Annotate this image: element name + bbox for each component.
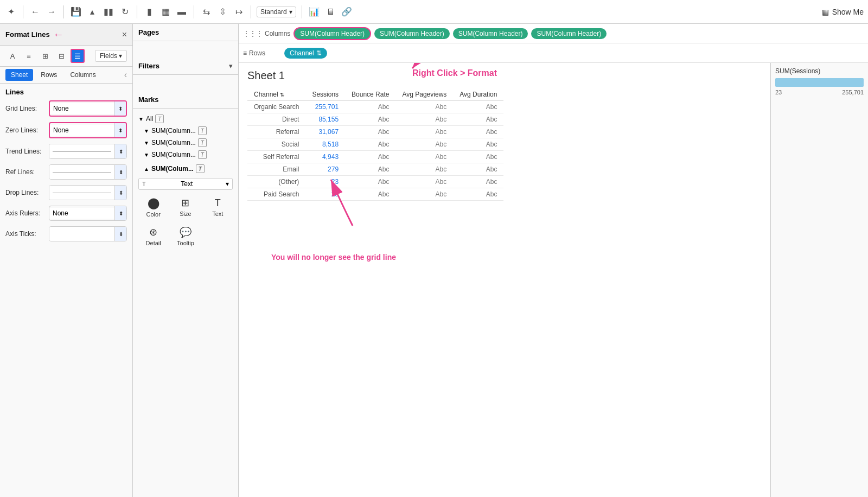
- axis-rulers-select[interactable]: None Light: [49, 208, 114, 219]
- text-label: Text: [212, 211, 223, 217]
- show-me-button[interactable]: ▦ Show Me: [822, 8, 864, 16]
- marks-sum4-row[interactable]: ▲ SUM(Colum... T: [144, 163, 233, 175]
- grid-lines-select[interactable]: None Light Dark: [50, 103, 114, 114]
- zero-lines-select-wrapper: None Light Dark ⬍: [49, 122, 127, 138]
- bar-chart-icon[interactable]: ▮: [143, 5, 156, 18]
- marks-sum1-row[interactable]: ▼ SUM(Column... T: [144, 125, 233, 137]
- zero-lines-arrow[interactable]: ⬍: [114, 123, 126, 137]
- divider1: [23, 5, 23, 18]
- table-row: (Other) 23 Abc Abc Abc: [247, 176, 503, 188]
- tab-rows[interactable]: Rows: [35, 69, 62, 81]
- drop-lines-arrow[interactable]: ⬍: [114, 186, 126, 200]
- divider3: [137, 5, 137, 18]
- sum4-chevron: ▲: [144, 166, 149, 172]
- lines-title: Lines: [5, 88, 127, 96]
- rows-label-text: Rows: [249, 49, 265, 57]
- sum3-chevron: ▼: [144, 152, 149, 158]
- back-icon[interactable]: ←: [29, 5, 42, 18]
- detail-button[interactable]: ⊛ Detail: [138, 223, 168, 250]
- axis-rulers-arrow[interactable]: ⬍: [114, 206, 126, 220]
- marks-sum3-row[interactable]: ▼ SUM(Column... T: [144, 149, 233, 161]
- divider5: [251, 5, 251, 18]
- ref-lines-arrow[interactable]: ⬍: [114, 165, 126, 179]
- borders-icon[interactable]: ⊟: [54, 49, 68, 63]
- filters-label: Filters: [138, 62, 159, 70]
- color-button[interactable]: ⬤ Color: [138, 193, 168, 221]
- val4-cell: Abc: [453, 113, 503, 126]
- val4-cell: Abc: [453, 163, 503, 176]
- forward-icon[interactable]: →: [45, 5, 58, 18]
- filters-dropdown-icon[interactable]: ▾: [229, 62, 233, 70]
- shading-icon[interactable]: ⊞: [38, 49, 52, 63]
- val4-cell: Abc: [453, 151, 503, 163]
- sort-icon[interactable]: ⇳: [216, 5, 229, 18]
- table-icon[interactable]: ▦: [159, 5, 172, 18]
- table-row: Organic Search 255,701 Abc Abc Abc: [247, 101, 503, 113]
- lines-icon[interactable]: ≡: [22, 49, 36, 63]
- val3-cell: Abc: [395, 163, 453, 176]
- marks-type-icon: T: [142, 181, 146, 187]
- standard-dropdown[interactable]: Standard ▾: [257, 7, 296, 17]
- column-pill-2[interactable]: SUM(Column Header): [374, 28, 450, 39]
- format-panel-title: Format Lines: [5, 30, 50, 39]
- toolbar: ✦ ← → 💾 ▴ ▮▮ ↻ ▮ ▦ ▬ ⇆ ⇳ ↦ Standard ▾ 📊 …: [0, 0, 868, 24]
- text-button[interactable]: T Text: [203, 193, 233, 221]
- format-icon-row: A ≡ ⊞ ⊟ ☰ Fields ▾: [0, 46, 132, 67]
- tooltip-button[interactable]: 💬 Tooltip: [170, 223, 200, 250]
- swap-icon[interactable]: ⇆: [200, 5, 213, 18]
- divider4: [194, 5, 194, 18]
- tab-columns[interactable]: Columns: [65, 69, 101, 81]
- presentation-icon[interactable]: 🖥: [324, 5, 337, 18]
- axis-ticks-arrow[interactable]: ⬍: [114, 227, 126, 241]
- column-pill-4[interactable]: SUM(Column Header): [531, 28, 607, 39]
- size-icon: ⊞: [181, 197, 189, 209]
- sum1-chevron: ▼: [144, 128, 149, 134]
- lines-active-icon[interactable]: ☰: [71, 49, 85, 63]
- undo-icon[interactable]: ↻: [118, 5, 131, 18]
- marks-all-row[interactable]: ▼ All T: [138, 113, 233, 125]
- drop-lines-select-wrapper: ⬍: [49, 185, 127, 200]
- column-pill-3[interactable]: SUM(Column Header): [453, 28, 528, 39]
- columns-label-text: Columns: [265, 30, 290, 37]
- sheet-content-wrapper: Sheet 1 Channel ⇅ Sessions Bounce Rate A…: [239, 63, 868, 497]
- columns-shelf-label: ⋮⋮⋮ Columns: [243, 30, 290, 37]
- channel-cell: Organic Search: [247, 101, 305, 113]
- val2-cell: Abc: [345, 113, 395, 126]
- fields-button[interactable]: Fields ▾: [95, 50, 127, 62]
- size-button[interactable]: ⊞ Size: [170, 193, 200, 221]
- marks-sum2-row[interactable]: ▼ SUM(Column... T: [144, 137, 233, 149]
- data-icon[interactable]: ▴: [86, 5, 99, 18]
- drop-lines-row: Drop Lines: ⬍: [5, 185, 127, 200]
- chart2-icon[interactable]: ▬: [175, 5, 188, 18]
- text-align-icon[interactable]: A: [5, 49, 20, 63]
- rows-shelf-label: ≡ Rows: [243, 49, 281, 57]
- pause-icon[interactable]: ▮▮: [102, 5, 115, 18]
- val1-cell: 4,943: [305, 151, 345, 163]
- columns-shelf: ⋮⋮⋮ Columns SUM(Column Header) SUM(Colum…: [239, 24, 868, 43]
- show-me-icon: ▦: [822, 8, 829, 16]
- zero-lines-select[interactable]: None Light Dark: [50, 125, 114, 136]
- channel-sort-icon[interactable]: ⇅: [280, 92, 284, 98]
- fields-label: Fields: [100, 52, 117, 60]
- axis-rulers-label: Axis Rulers:: [5, 209, 49, 217]
- row-pill-1[interactable]: Channel ⇅: [284, 48, 327, 59]
- grid-lines-arrow[interactable]: ⬍: [114, 101, 126, 116]
- ref-lines-line: [49, 165, 114, 179]
- legend-numbers: 23 255,701: [775, 89, 864, 95]
- marks-sum3-label: SUM(Column...: [151, 151, 196, 158]
- fit-icon[interactable]: ↦: [232, 5, 245, 18]
- marks-type-select[interactable]: T Text ▾: [138, 178, 233, 190]
- size-label: Size: [180, 211, 191, 217]
- share-icon[interactable]: 🔗: [340, 5, 353, 18]
- tab-sheet[interactable]: Sheet: [5, 69, 33, 81]
- color-icon: ⬤: [148, 196, 159, 209]
- save-icon[interactable]: 💾: [69, 5, 82, 18]
- table-body: Organic Search 255,701 Abc Abc Abc Direc…: [247, 101, 503, 201]
- trend-lines-arrow[interactable]: ⬍: [114, 144, 126, 158]
- channel-column-header: Channel ⇅: [247, 88, 305, 101]
- close-panel-button[interactable]: ×: [122, 30, 127, 40]
- analytics-icon[interactable]: 📊: [308, 5, 321, 18]
- column-pill-1[interactable]: SUM(Column Header): [293, 27, 371, 40]
- val1-cell: 8,518: [305, 138, 345, 151]
- table-row: Direct 85,155 Abc Abc Abc: [247, 113, 503, 126]
